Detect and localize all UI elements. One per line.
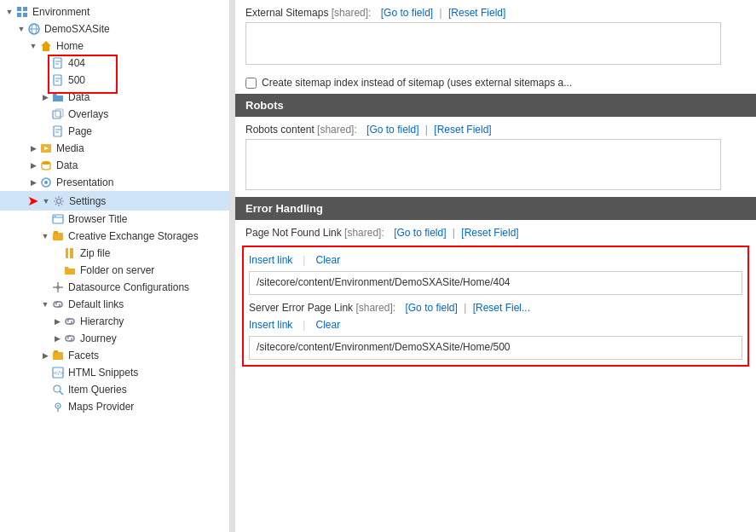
server-error-clear[interactable]: Clear (315, 319, 340, 331)
sitemap-index-checkbox[interactable] (245, 78, 257, 89)
robots-reset-field[interactable]: [Reset Field] (434, 124, 491, 136)
tree-item-presentation[interactable]: Presentation (0, 174, 229, 191)
tree-item-datasource[interactable]: Datasource Configurations (0, 279, 229, 296)
robots-go-to-field[interactable]: [Go to field] (366, 124, 418, 136)
tree-item-data[interactable]: Data (0, 157, 229, 174)
toggle-datasource (39, 281, 51, 293)
toggle-demosxasite[interactable] (15, 23, 27, 35)
toggle-environment[interactable] (3, 6, 15, 18)
page-not-found-go-to-field[interactable]: [Go to field] (394, 227, 446, 239)
maps-provider-icon (51, 400, 65, 413)
error-handling-header: Error Handling (235, 197, 756, 220)
toggle-html-snippets (39, 367, 51, 379)
toggle-media[interactable] (27, 142, 39, 154)
tree-item-overlays[interactable]: Overlays (0, 106, 229, 123)
tree-label-folder-server: Folder on server (80, 264, 154, 276)
server-error-reset-field[interactable]: [Reset Fiel... (473, 302, 530, 314)
robots-content-block: Robots content [shared]: [Go to field] |… (235, 117, 756, 197)
tree-item-environment[interactable]: Environment (0, 3, 229, 20)
tree-item-default-links[interactable]: Default links (0, 296, 229, 313)
page-not-found-outer: Page Not Found Link [shared]: [Go to fie… (235, 220, 756, 246)
toggle-hierarchy[interactable] (51, 315, 63, 327)
tree-item-folder-server[interactable]: Folder on server (0, 262, 229, 279)
svg-rect-35 (53, 352, 63, 360)
toggle-data-home[interactable] (39, 91, 51, 103)
tree-item-browser-title[interactable]: Browser Title (0, 211, 229, 228)
server-error-shared: [shared]: (355, 302, 395, 314)
toggle-journey[interactable] (51, 332, 63, 344)
toggle-overlays (39, 108, 51, 120)
external-sitemaps-go-to-field[interactable]: [Go to field] (381, 7, 433, 19)
tree-item-hierarchy[interactable]: Hierarchy (0, 313, 229, 330)
page-not-found-title: Page Not Found Link (245, 227, 342, 239)
tree-label-page: Page (68, 125, 92, 137)
server-error-field: Insert link | Clear /sitecore/content/En… (249, 317, 742, 360)
page-not-found-clear[interactable]: Clear (315, 254, 340, 266)
tree-item-demosxasite[interactable]: DemoSXASite (0, 20, 229, 38)
toggle-facets[interactable] (39, 350, 51, 361)
page-not-found-label: Page Not Found Link [shared]: [Go to fie… (245, 227, 746, 239)
toggle-settings[interactable] (40, 195, 52, 207)
svg-rect-2 (17, 13, 21, 17)
error-handling-link-block: Insert link | Clear /sitecore/content/En… (242, 246, 749, 367)
page-not-found-reset-field[interactable]: [Reset Field] (461, 227, 518, 239)
external-sitemaps-title: External Sitemaps (245, 7, 328, 19)
tree-item-creative-exchange[interactable]: Creative Exchange Storages (0, 228, 229, 245)
site-icon (27, 22, 41, 36)
tree-item-item-queries[interactable]: Item Queries (0, 381, 229, 398)
pnf-sep2: | (453, 227, 455, 239)
tree-label-404: 404 (68, 57, 85, 69)
tree-item-maps-provider[interactable]: Maps Provider (0, 398, 229, 415)
external-sitemaps-input[interactable] (245, 22, 721, 65)
tree-item-page[interactable]: Page (0, 123, 229, 140)
tree-item-home[interactable]: Home (0, 38, 229, 55)
page-not-found-field: Insert link | Clear /sitecore/content/En… (249, 252, 742, 295)
server-error-value: /sitecore/content/Environment/DemoSXASit… (249, 336, 742, 360)
external-sitemaps-block: External Sitemaps [shared]: [Go to field… (235, 0, 756, 72)
tree-label-demosxasite: DemoSXASite (44, 23, 110, 35)
tree-item-facets[interactable]: Facets (0, 347, 229, 364)
svg-rect-14 (53, 111, 61, 119)
tree-item-journey[interactable]: Journey (0, 330, 229, 347)
tree-item-html-snippets[interactable]: </> HTML Snippets (0, 364, 229, 381)
tree-label-media: Media (56, 142, 84, 154)
svg-point-39 (54, 385, 61, 392)
toggle-data[interactable] (27, 159, 39, 171)
server-error-insert-link[interactable]: Insert link (249, 319, 292, 331)
server-error-go-to-field[interactable]: [Go to field] (405, 302, 457, 314)
tree-label-journey: Journey (80, 332, 117, 344)
grid-icon (15, 5, 29, 19)
page-not-found-actions: Insert link | Clear (249, 252, 742, 268)
tree-item-data-home[interactable]: Data (0, 89, 229, 106)
tree-label-creative-exchange: Creative Exchange Storages (68, 230, 199, 242)
toggle-500 (39, 74, 51, 86)
toggle-page (39, 125, 51, 137)
toggle-default-links[interactable] (39, 298, 51, 310)
toggle-home[interactable] (27, 40, 39, 52)
hierarchy-icon (63, 315, 77, 328)
robots-content-input[interactable] (245, 139, 721, 190)
tree-item-settings[interactable]: ➤ Settings (0, 191, 229, 211)
tree-item-404[interactable]: 404 (0, 55, 229, 72)
server-error-label-row: Server Error Page Link [shared]: [Go to … (249, 295, 742, 317)
tree-label-datasource: Datasource Configurations (68, 281, 189, 293)
svg-rect-1 (23, 7, 27, 11)
tree-item-500[interactable]: 500 (0, 72, 229, 89)
page-icon-500 (51, 73, 65, 87)
svg-point-34 (56, 286, 60, 289)
page-not-found-insert-link[interactable]: Insert link (249, 254, 292, 266)
toggle-presentation[interactable] (27, 176, 39, 188)
external-sitemaps-reset-field[interactable]: [Reset Field] (448, 7, 505, 19)
tree-item-zip-file[interactable]: Zip file (0, 245, 229, 262)
creative-exchange-icon (51, 229, 65, 243)
error-handling-section: Error Handling Page Not Found Link [shar… (235, 197, 756, 367)
folder-icon-data (51, 90, 65, 104)
tree-item-media[interactable]: Media (0, 140, 229, 157)
datasource-icon (51, 280, 65, 294)
se-action-sep: | (303, 319, 305, 331)
toggle-creative-exchange[interactable] (39, 230, 51, 242)
settings-icon (52, 194, 66, 208)
tree-label-settings: Settings (69, 195, 106, 207)
toggle-maps-provider (39, 401, 51, 413)
data-icon (39, 159, 53, 172)
